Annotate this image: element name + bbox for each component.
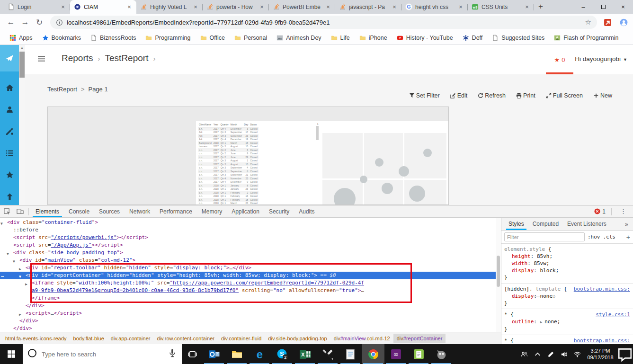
tab-close-icon[interactable]: × [259, 3, 265, 10]
toggle-hover-state[interactable]: :hov [588, 234, 600, 240]
tray-pen[interactable] [544, 351, 557, 358]
css-property[interactable]: display: none; [504, 293, 630, 300]
chart-bubble[interactable] [399, 166, 409, 177]
tray-wifi[interactable] [571, 351, 584, 358]
elements-scrollbar[interactable] [496, 218, 501, 332]
tab-close-icon[interactable]: × [126, 3, 133, 10]
taskbar-app-notes[interactable] [339, 344, 362, 364]
devtools-tab-application[interactable]: Application [227, 205, 264, 217]
devtools-tree-row[interactable]: ▶<iframe style="width:100%;height:100%;"… [0, 279, 367, 302]
devtools-tree-row[interactable]: ▶<script>…</script> [0, 310, 496, 317]
error-badge[interactable]: 1 [594, 208, 606, 215]
sidebar-item-tools[interactable] [0, 124, 19, 138]
css-property[interactable]: height: 85vh; [504, 253, 630, 260]
user-menu[interactable]: Hi dayoogunjobi▼ [575, 55, 627, 62]
taskbar-clock[interactable]: 3:27 PM 09/12/2018 [584, 344, 617, 364]
devtools-tree-row[interactable]: ▼<div class="side-body padding-top"> [0, 249, 496, 257]
taskbar-app-vscode[interactable]: ∞ [384, 344, 407, 364]
devtools-tree-row[interactable]: ▼…<div id="reportContainer" hidden="hidd… [0, 272, 496, 279]
chart-bubble[interactable] [375, 158, 383, 167]
devtools-tree-row[interactable]: ▶<div id="report-toolbar" hidden="hidden… [0, 264, 496, 272]
scrollbar-thumb[interactable] [316, 126, 319, 140]
app-logo[interactable] [0, 45, 19, 71]
back-button[interactable]: ← [4, 15, 18, 29]
browser-tab-login[interactable]: Login× [4, 0, 70, 14]
microphone-icon[interactable] [168, 348, 177, 360]
browser-tab-height-vh-css[interactable]: Gheight vh css× [401, 0, 468, 14]
browser-tab-powerbi-embe[interactable]: PowerBI Embe× [269, 0, 335, 14]
bookmark-suggested-sites[interactable]: Suggested Sites [488, 33, 548, 43]
stylesheet-link[interactable]: style.css:1 [596, 311, 630, 318]
devtools-tree-row[interactable]: </div> [0, 302, 496, 310]
devtools-tree-row[interactable]: ▼<div id="mainView" class="col-md-12"> [0, 257, 496, 264]
tray-chevron-up[interactable] [531, 351, 544, 358]
scrollbar-thumb[interactable] [497, 256, 500, 287]
dom-crumb[interactable]: div.row.content-container [153, 334, 217, 343]
taskbar-search[interactable] [23, 344, 182, 364]
stylesheet-link[interactable]: bootstrap.min.css: [574, 337, 630, 344]
styles-tab-styles[interactable]: Styles [504, 218, 528, 230]
devtools-tree-row[interactable]: </div> [0, 317, 496, 325]
sidebar-item-arrow-up[interactable] [0, 189, 19, 204]
scroll-up-arrow-icon[interactable]: ▲ [316, 122, 320, 125]
devtools-tab-audits[interactable]: Audits [294, 205, 319, 217]
taskbar-app-explorer[interactable] [225, 344, 248, 364]
bookmark-iphone[interactable]: iPhone [356, 33, 391, 43]
expand-arrow-icon[interactable]: ▶ [25, 281, 27, 288]
chart-bubble[interactable] [382, 183, 393, 194]
taskbar-app-outlook[interactable] [203, 344, 225, 364]
chart-bubble[interactable] [334, 188, 356, 205]
taskbar-app-chrome[interactable] [362, 344, 384, 364]
devtools-tree-row[interactable]: <script src="/App/App.js"></script> [0, 241, 496, 249]
table-scrollbar[interactable]: ▲ [316, 122, 320, 204]
browser-tab-highly-voted-l[interactable]: Highly Voted L× [136, 0, 203, 14]
css-property[interactable]: display: block; [504, 267, 630, 274]
styles-tab-event-listeners[interactable]: Event Listeners [563, 218, 611, 230]
kebab-menu-icon[interactable]: ⋮ [617, 208, 629, 215]
bookmark-bookmarks[interactable]: Bookmarks [38, 33, 85, 43]
devtools-tab-performance[interactable]: Performance [155, 205, 197, 217]
chart-bubble[interactable] [409, 186, 425, 202]
sidebar-item-user[interactable] [0, 102, 19, 116]
css-property[interactable]: width: 85vw; [504, 260, 630, 267]
dom-crumb[interactable]: div.side-body.padding-top [265, 334, 330, 343]
bookmark-programming[interactable]: Programming [142, 33, 194, 43]
hamburger-menu-icon[interactable] [38, 55, 45, 62]
stylesheet-link[interactable]: bootstrap.min.css: [574, 285, 630, 293]
dom-crumb[interactable]: body.flat-blue [70, 334, 107, 343]
bookmark-history-youtube[interactable]: History - YouTube [393, 33, 457, 43]
css-rule[interactable]: bootstrap.min.css:[hidden], template {di… [501, 284, 633, 309]
extension-icon[interactable] [601, 16, 614, 29]
new-button[interactable]: New [593, 92, 612, 99]
new-tab-button[interactable]: + [534, 0, 547, 13]
task-view-button[interactable] [182, 344, 203, 364]
breadcrumb-testreport[interactable]: TestReport [105, 53, 149, 63]
bookmark-life[interactable]: Life [327, 33, 354, 43]
full-screen-button[interactable]: Full Screen [546, 92, 583, 99]
page-scrollbar[interactable]: ▲ [19, 45, 25, 205]
devtools-tab-elements[interactable]: Elements [31, 205, 64, 217]
devtools-tab-network[interactable]: Network [125, 205, 155, 217]
styles-filter-input[interactable] [504, 232, 585, 241]
info-icon[interactable] [56, 19, 63, 26]
url-text[interactable]: localhost:49861/EmbedReports/EmbedIndex?… [67, 19, 581, 26]
breadcrumb-reports[interactable]: Reports [62, 53, 93, 63]
devtools-tree-row[interactable]: <script src="/scripts/powerbi.js"></scri… [0, 234, 496, 241]
device-toolbar-icon[interactable] [13, 205, 27, 217]
tab-close-icon[interactable]: × [391, 3, 398, 10]
maximize-button[interactable] [593, 0, 613, 14]
dom-crumb[interactable]: html.fa-events-icons-ready [2, 334, 70, 343]
refresh-button[interactable]: Refresh [478, 92, 506, 99]
taskbar-app-skype[interactable]: S2 [271, 344, 294, 364]
bookmark-star-icon[interactable]: ☆ [585, 18, 591, 27]
report-page-name[interactable]: Page 1 [88, 86, 107, 93]
taskbar-app-notepad[interactable] [407, 344, 430, 364]
bookmark-biznessroots[interactable]: BiznessRoots [87, 33, 140, 43]
browser-tab-powerbi-how[interactable]: powerbi - How× [203, 0, 269, 14]
toggle-class[interactable]: .cls [603, 234, 616, 240]
chart-bubble[interactable] [360, 176, 367, 183]
favorites-nav-item[interactable]: ★ 0 [545, 45, 574, 74]
bookmark-personal[interactable]: Personal [231, 33, 271, 43]
css-rule[interactable]: element.style {height: 85vh;width: 85vw;… [501, 244, 633, 284]
taskbar-app-excel[interactable]: X [294, 344, 316, 364]
